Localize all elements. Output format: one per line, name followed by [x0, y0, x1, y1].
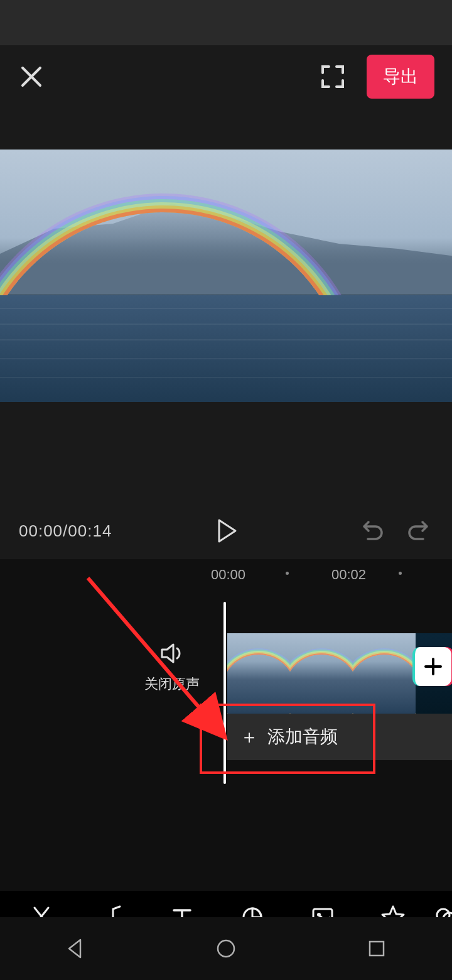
preview-top-gap — [0, 108, 452, 150]
fullscreen-button[interactable] — [319, 63, 347, 90]
playback-controls: 00:00/00:14 — [0, 503, 452, 559]
svg-point-9 — [218, 940, 234, 957]
system-nav-bar — [0, 917, 452, 980]
timeline[interactable]: 关闭原声 ＋ 添加音频 — [0, 589, 452, 853]
clip-thumbnail[interactable] — [290, 633, 353, 714]
add-audio-button[interactable]: ＋ 添加音频 — [227, 714, 452, 760]
export-button[interactable]: 导出 — [367, 55, 434, 99]
svg-rect-10 — [370, 942, 384, 956]
playhead[interactable] — [223, 602, 226, 784]
mute-original-button[interactable]: 关闭原声 — [144, 640, 200, 694]
timeline-ruler[interactable]: 00:00 00:02 — [0, 559, 452, 589]
current-time: 00:00 — [19, 521, 63, 540]
clip-thumbnail[interactable] — [227, 633, 290, 714]
undo-button[interactable] — [358, 518, 384, 544]
mute-label: 关闭原声 — [144, 675, 200, 694]
ruler-tick — [286, 572, 289, 575]
video-preview[interactable] — [0, 150, 452, 402]
clip-thumbnail[interactable] — [353, 633, 416, 714]
top-bar: 导出 — [0, 45, 452, 108]
ruler-tick — [399, 572, 402, 575]
add-audio-label: 添加音频 — [267, 725, 338, 749]
timeline-gap — [0, 853, 452, 891]
plus-icon: ＋ — [240, 724, 259, 750]
time-counter: 00:00/00:14 — [19, 521, 112, 541]
play-button[interactable] — [212, 516, 240, 545]
preview-bottom-gap — [0, 402, 452, 503]
nav-back-button[interactable] — [63, 936, 88, 961]
add-clip-button[interactable] — [412, 647, 451, 686]
nav-recent-button[interactable] — [364, 936, 389, 961]
ruler-mark: 00:02 — [331, 567, 366, 583]
total-time: 00:14 — [68, 521, 112, 540]
close-button[interactable] — [18, 63, 45, 90]
redo-button[interactable] — [407, 518, 433, 544]
nav-home-button[interactable] — [213, 936, 239, 961]
status-bar — [0, 0, 452, 45]
ruler-mark: 00:00 — [211, 567, 245, 583]
